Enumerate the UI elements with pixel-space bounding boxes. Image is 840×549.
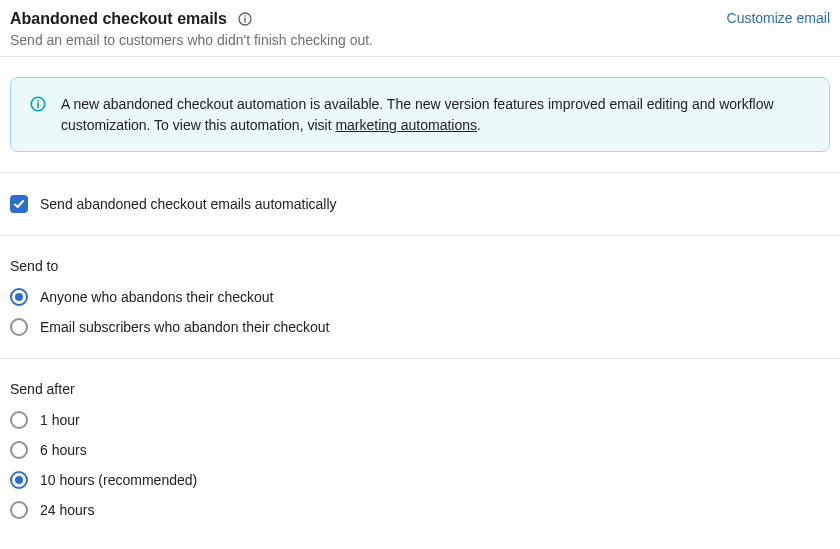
header-left: Abandoned checkout emails Send an email … [10,10,373,48]
radio-label: Email subscribers who abandon their chec… [40,319,330,335]
radio-send-after-24h[interactable]: 24 hours [10,501,830,519]
customize-email-link[interactable]: Customize email [727,10,830,26]
radio-send-after-1h[interactable]: 1 hour [10,411,830,429]
svg-point-2 [244,16,245,17]
radio-send-to-anyone[interactable]: Anyone who abandons their checkout [10,288,830,306]
marketing-automations-link[interactable]: marketing automations [335,117,477,133]
info-banner: A new abandoned checkout automation is a… [10,77,830,152]
radio-selected-icon [10,471,28,489]
radio-send-after-10h[interactable]: 10 hours (recommended) [10,471,830,489]
auto-send-row[interactable]: Send abandoned checkout emails automatic… [10,173,830,235]
radio-unselected-icon [10,411,28,429]
radio-send-to-subscribers[interactable]: Email subscribers who abandon their chec… [10,318,830,336]
radio-send-after-6h[interactable]: 6 hours [10,441,830,459]
checkbox-checked-icon[interactable] [10,195,28,213]
radio-unselected-icon [10,501,28,519]
send-after-section: Send after 1 hour 6 hours 10 hours (reco… [10,359,830,541]
radio-selected-icon [10,288,28,306]
svg-point-5 [37,100,39,102]
radio-label: Anyone who abandons their checkout [40,289,274,305]
send-to-section: Send to Anyone who abandons their checko… [10,236,830,358]
info-icon [29,95,47,113]
banner-text-after: . [477,117,481,133]
send-to-title: Send to [10,258,830,274]
radio-unselected-icon [10,441,28,459]
page-title: Abandoned checkout emails [10,10,227,28]
auto-send-label: Send abandoned checkout emails automatic… [40,196,337,212]
info-icon[interactable] [237,11,253,27]
radio-label: 24 hours [40,502,94,518]
radio-label: 1 hour [40,412,80,428]
banner-text: A new abandoned checkout automation is a… [61,94,811,135]
radio-label: 10 hours (recommended) [40,472,197,488]
divider [0,56,840,57]
page-subtitle: Send an email to customers who didn't fi… [10,32,373,48]
send-after-title: Send after [10,381,830,397]
radio-unselected-icon [10,318,28,336]
radio-label: 6 hours [40,442,87,458]
section-header: Abandoned checkout emails Send an email … [10,10,830,56]
